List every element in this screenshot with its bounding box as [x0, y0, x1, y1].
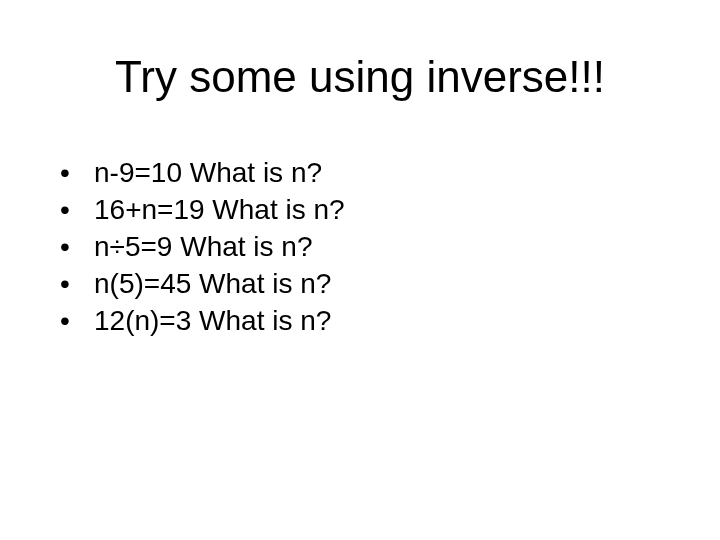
list-item: •12(n)=3 What is n? [60, 303, 345, 338]
list-item-text: 12(n)=3 What is n? [94, 305, 331, 336]
list-item: •n÷5=9 What is n? [60, 229, 345, 264]
list-item: •16+n=19 What is n? [60, 192, 345, 227]
bullet-icon: • [60, 155, 94, 190]
slide-body: •n-9=10 What is n? •16+n=19 What is n? •… [60, 155, 345, 340]
list-item: •n-9=10 What is n? [60, 155, 345, 190]
slide-title: Try some using inverse!!! [0, 52, 720, 102]
list-item-text: n(5)=45 What is n? [94, 268, 331, 299]
bullet-icon: • [60, 192, 94, 227]
list-item-text: n-9=10 What is n? [94, 157, 322, 188]
slide: Try some using inverse!!! •n-9=10 What i… [0, 0, 720, 540]
bullet-icon: • [60, 266, 94, 301]
list-item: •n(5)=45 What is n? [60, 266, 345, 301]
bullet-icon: • [60, 229, 94, 264]
list-item-text: n÷5=9 What is n? [94, 231, 313, 262]
bullet-icon: • [60, 303, 94, 338]
list-item-text: 16+n=19 What is n? [94, 194, 345, 225]
